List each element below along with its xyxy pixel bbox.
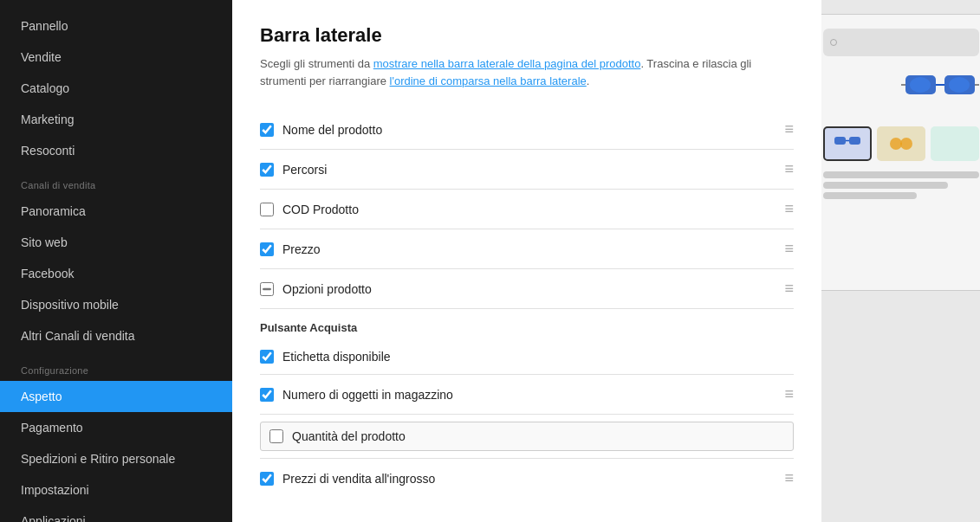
sub-section-pulsante: Pulsante Acquista bbox=[260, 309, 794, 339]
main-content: Barra laterale Scegli gli strumenti da m… bbox=[232, 0, 980, 522]
description-text-1: Scegli gli strumenti da bbox=[260, 57, 373, 70]
sidebar-item-impostazioni[interactable]: Impostazioni bbox=[0, 474, 232, 506]
label-nome-prodotto: Nome del prodotto bbox=[282, 123, 382, 137]
row-quantita-prodotto: Quantità del prodotto bbox=[260, 415, 794, 459]
preview-line-3 bbox=[823, 192, 917, 199]
row-etichetta-disponibile: Etichetta disponibile bbox=[260, 339, 794, 375]
preview-device bbox=[821, 14, 980, 291]
checkbox-prezzi-vendita[interactable] bbox=[260, 472, 274, 486]
svg-point-11 bbox=[900, 138, 912, 150]
checkbox-wrap-etichetta: Etichetta disponibile bbox=[260, 350, 794, 364]
checkbox-wrap-numero: Numero di oggetti in magazzino bbox=[260, 388, 777, 402]
checkbox-cod-prodotto[interactable] bbox=[260, 203, 274, 216]
sidebar-item-resoconti[interactable]: Resoconti bbox=[0, 135, 232, 166]
row-numero-oggetti: Numero di oggetti in magazzino ≡ bbox=[260, 375, 794, 415]
checkbox-wrap-opzioni: Opzioni prodotto bbox=[260, 282, 777, 296]
sidebar-item-spedizioni[interactable]: Spedizioni e Ritiro personale bbox=[0, 443, 232, 474]
checkbox-wrap-nome: Nome del prodotto bbox=[260, 123, 777, 137]
thumb-2[interactable] bbox=[877, 126, 925, 161]
drag-handle-prezzi[interactable]: ≡ bbox=[777, 469, 794, 487]
label-percorsi: Percorsi bbox=[282, 163, 327, 177]
drag-handle-numero[interactable]: ≡ bbox=[777, 385, 794, 403]
label-cod-prodotto: COD Prodotto bbox=[282, 203, 359, 216]
row-nome-prodotto: Nome del prodotto ≡ bbox=[260, 110, 794, 150]
sidebar-item-aspetto[interactable]: Aspetto bbox=[0, 381, 232, 412]
svg-rect-7 bbox=[834, 137, 846, 145]
preview-line-2 bbox=[823, 182, 948, 189]
sidebar-item-dispositivo-mobile[interactable]: Dispositivo mobile bbox=[0, 289, 232, 320]
sidebar-item-catalogo[interactable]: Catalogo bbox=[0, 73, 232, 104]
drag-handle-opzioni[interactable]: ≡ bbox=[777, 280, 794, 298]
checkbox-numero-oggetti[interactable] bbox=[260, 388, 274, 402]
checkbox-prezzo[interactable] bbox=[260, 242, 274, 256]
checkbox-quantita-prodotto[interactable] bbox=[269, 429, 283, 443]
checkbox-wrap-quantita: Quantità del prodotto bbox=[260, 422, 794, 451]
label-quantita-prodotto: Quantità del prodotto bbox=[292, 429, 406, 443]
row-prezzi-vendita: Prezzi di vendita all'ingrosso ≡ bbox=[260, 459, 794, 498]
sidebar-item-pannello[interactable]: Pannello bbox=[0, 10, 232, 42]
settings-panel: Barra laterale Scegli gli strumenti da m… bbox=[232, 0, 821, 522]
row-cod-prodotto: COD Prodotto ≡ bbox=[260, 190, 794, 229]
page-description: Scegli gli strumenti da mostrare nella b… bbox=[260, 55, 794, 89]
thumb-glasses-1 bbox=[834, 134, 861, 153]
description-text-3: . bbox=[587, 74, 590, 87]
page-title: Barra laterale bbox=[260, 24, 794, 47]
preview-circle bbox=[830, 39, 837, 46]
preview-top-bar bbox=[823, 29, 979, 56]
checkbox-percorsi[interactable] bbox=[260, 163, 274, 177]
description-link-2[interactable]: l'ordine di comparsa nella barra lateral… bbox=[390, 74, 587, 87]
checkbox-nome-prodotto[interactable] bbox=[260, 123, 274, 137]
label-prezzo: Prezzo bbox=[282, 242, 321, 256]
sidebar-item-marketing[interactable]: Marketing bbox=[0, 104, 232, 135]
row-percorsi: Percorsi ≡ bbox=[260, 150, 794, 190]
preview-panel bbox=[821, 0, 980, 522]
preview-glasses-image bbox=[901, 67, 979, 114]
sidebar: Pannello Vendite Catalogo Marketing Reso… bbox=[0, 0, 232, 522]
thumb-glasses-2 bbox=[887, 134, 915, 153]
sidebar-item-facebook[interactable]: Facebook bbox=[0, 258, 232, 289]
label-opzioni-prodotto: Opzioni prodotto bbox=[282, 282, 372, 296]
sidebar-item-sito-web[interactable]: Sito web bbox=[0, 227, 232, 258]
sidebar-item-altri-canali[interactable]: Altri Canali di vendita bbox=[0, 320, 232, 351]
drag-handle-nome[interactable]: ≡ bbox=[777, 120, 794, 139]
svg-point-5 bbox=[910, 77, 931, 93]
section-label-vendita: Canali di vendita bbox=[0, 166, 232, 196]
checkbox-etichetta-disponibile[interactable] bbox=[260, 350, 274, 364]
label-etichetta-disponibile: Etichetta disponibile bbox=[282, 350, 391, 364]
drag-handle-prezzo[interactable]: ≡ bbox=[777, 240, 794, 258]
preview-lines bbox=[823, 171, 979, 199]
sidebar-item-pagamento[interactable]: Pagamento bbox=[0, 412, 232, 443]
preview-line-1 bbox=[823, 171, 979, 178]
checkbox-wrap-prezzo: Prezzo bbox=[260, 242, 777, 256]
checkbox-wrap-prezzi: Prezzi di vendita all'ingrosso bbox=[260, 472, 777, 486]
sidebar-item-applicazioni[interactable]: Applicazioni bbox=[0, 506, 232, 522]
checkbox-opzioni-prodotto[interactable] bbox=[260, 282, 274, 296]
section-label-config: Configurazione bbox=[0, 351, 232, 381]
sidebar-item-vendite[interactable]: Vendite bbox=[0, 42, 232, 73]
drag-handle-cod[interactable]: ≡ bbox=[777, 200, 794, 218]
label-prezzi-vendita: Prezzi di vendita all'ingrosso bbox=[282, 472, 435, 486]
svg-point-10 bbox=[890, 138, 902, 150]
checkbox-wrap-percorsi: Percorsi bbox=[260, 163, 777, 177]
svg-point-6 bbox=[949, 77, 970, 93]
description-link-1[interactable]: mostrare nella barra laterale della pagi… bbox=[373, 57, 641, 70]
thumb-1[interactable] bbox=[823, 126, 872, 161]
checkbox-wrap-cod: COD Prodotto bbox=[260, 203, 777, 216]
row-opzioni-prodotto: Opzioni prodotto ≡ bbox=[260, 269, 794, 309]
row-prezzo: Prezzo ≡ bbox=[260, 229, 794, 269]
thumb-3[interactable] bbox=[931, 126, 979, 161]
label-numero-oggetti: Numero di oggetti in magazzino bbox=[282, 388, 453, 402]
sidebar-item-panoramica[interactable]: Panoramica bbox=[0, 196, 232, 227]
svg-rect-8 bbox=[849, 137, 860, 145]
drag-handle-percorsi[interactable]: ≡ bbox=[777, 160, 794, 178]
